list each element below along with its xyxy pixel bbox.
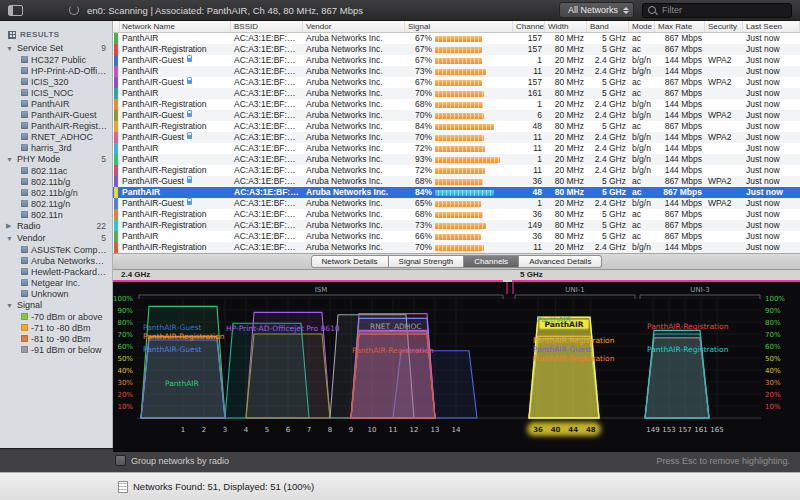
table-row[interactable]: PanthAIRAC:A3:1E:BF:…Aruba Networks Inc.… (113, 33, 800, 44)
sidebar-item[interactable]: ICIS_320 (0, 76, 112, 87)
cell-band: 2.4 GHz (587, 99, 629, 110)
disclosure-triangle-icon[interactable]: ▼ (6, 45, 14, 52)
network-shape[interactable] (645, 330, 709, 418)
row-color-stripe (114, 55, 118, 66)
table-row[interactable]: PanthAIR-GuestAC:A3:1E:BF:…Aruba Network… (113, 198, 800, 209)
sidebar-item[interactable]: ICIS_NOC (0, 87, 112, 98)
disclosure-triangle-icon[interactable]: ▶ (6, 222, 14, 230)
sidebar-item[interactable]: 802.11g/n (0, 198, 112, 209)
sidebar-item[interactable]: RNET_ADHOC (0, 131, 112, 142)
table-row[interactable]: PanthAIR-GuestAC:A3:1E:BF:…Aruba Network… (113, 110, 800, 121)
group-label: Radio (17, 221, 94, 231)
cell-network-name: PanthAIR (119, 154, 231, 165)
disclosure-triangle-icon[interactable]: ▼ (6, 302, 14, 309)
tab-advanced-details[interactable]: Advanced Details (519, 255, 602, 268)
sidebar-item[interactable]: HC327 Public (0, 54, 112, 65)
network-item-icon (21, 200, 28, 207)
network-filter-dropdown[interactable]: All Networks (559, 2, 634, 18)
svg-text:UNI-1: UNI-1 (565, 286, 584, 294)
table-row[interactable]: PanthAIRAC:A3:1E:BF:…Aruba Networks Inc.… (113, 187, 800, 198)
cell-band: 5 GHz (587, 77, 629, 88)
sidebar-item[interactable]: harris_3rd (0, 142, 112, 153)
sidebar-item[interactable]: 802.11ac (0, 165, 112, 176)
network-shape-selected[interactable] (529, 317, 599, 418)
cell-channel: 48 (513, 121, 545, 132)
svg-text:30%: 30% (765, 379, 781, 387)
sidebar-item[interactable]: Aruba Networks… (0, 255, 112, 266)
sidebar-item[interactable]: 802.11n (0, 209, 112, 220)
column-header-bssid[interactable]: BSSID (231, 21, 303, 32)
cell-channel: 6 (513, 110, 545, 121)
sidebar-toggle-icon[interactable] (8, 5, 23, 16)
column-header-last-seen[interactable]: Last Seen (743, 21, 800, 32)
sidebar-item[interactable]: PanthAIR-Regist… (0, 120, 112, 131)
sidebar-item[interactable]: 802.11b/g/n (0, 187, 112, 198)
disclosure-triangle-icon[interactable]: ▼ (6, 235, 14, 242)
cell-width: 20 MHz (545, 99, 587, 110)
svg-text:30%: 30% (117, 379, 133, 387)
table-row[interactable]: PanthAIR-GuestAC:A3:1E:BF:…Aruba Network… (113, 132, 800, 143)
table-row[interactable]: PanthAIR-GuestAC:A3:1E:BF:…Aruba Network… (113, 176, 800, 187)
svg-text:40%: 40% (117, 367, 133, 375)
table-row[interactable]: PanthAIR-RegistrationAC:A3:1E:BF:…Aruba … (113, 99, 800, 110)
filter-input[interactable] (660, 4, 786, 16)
cell-mode: ac (629, 231, 655, 242)
channels-chart[interactable]: ISMUNI-1UNI-3100%100%90%90%80%80%70%70%6… (113, 282, 800, 452)
group-by-radio-checkbox[interactable] (115, 455, 126, 466)
lock-icon (187, 179, 192, 183)
cell-band: 2.4 GHz (587, 143, 629, 154)
sidebar-group-signal[interactable]: ▼Signal (0, 299, 112, 311)
sidebar-item[interactable]: PanthAIR (0, 98, 112, 109)
cell-max-rate: 144 Mbps (655, 99, 705, 110)
sidebar-item[interactable]: Netgear Inc. (0, 277, 112, 288)
table-row[interactable]: PanthAIR-RegistrationAC:A3:1E:BF:…Aruba … (113, 242, 800, 253)
column-header-security[interactable]: Security (705, 21, 743, 32)
sidebar-item[interactable]: ASUSTeK Comp… (0, 244, 112, 255)
sidebar-item[interactable]: 802.11b/g (0, 176, 112, 187)
cell-width: 80 MHz (545, 44, 587, 55)
column-header-band[interactable]: Band (587, 21, 629, 32)
network-shape[interactable] (246, 334, 330, 418)
table-row[interactable]: PanthAIR-RegistrationAC:A3:1E:BF:…Aruba … (113, 44, 800, 55)
table-row[interactable]: PanthAIR-GuestAC:A3:1E:BF:…Aruba Network… (113, 55, 800, 66)
sidebar-group-phy-mode[interactable]: ▼PHY Mode5 (0, 153, 112, 165)
table-row[interactable]: PanthAIR-GuestAC:A3:1E:BF:…Aruba Network… (113, 77, 800, 88)
sidebar-group-service-set[interactable]: ▼Service Set9 (0, 42, 112, 54)
tab-signal-strength[interactable]: Signal Strength (389, 255, 465, 268)
sidebar-group-vendor[interactable]: ▼Vendor5 (0, 232, 112, 244)
cell-channel: 1 (513, 99, 545, 110)
table-row[interactable]: PanthAIRAC:A3:1E:BF:…Aruba Networks Inc.… (113, 154, 800, 165)
column-header-channel[interactable]: Channel (513, 21, 545, 32)
tab-channels[interactable]: Channels (464, 255, 519, 268)
table-row[interactable]: PanthAIRAC:A3:1E:BF:…Aruba Networks Inc.… (113, 88, 800, 99)
column-header-mode[interactable]: Mode (629, 21, 655, 32)
tab-network-details[interactable]: Network Details (311, 255, 389, 268)
sidebar-item[interactable]: PanthAIR-Guest (0, 109, 112, 120)
filter-field[interactable] (642, 3, 792, 18)
sidebar-group-radio[interactable]: ▶Radio22 (0, 220, 112, 232)
cell-mode: ac (629, 209, 655, 220)
cell-mode: b/g/n (629, 165, 655, 176)
cell-band: 2.4 GHz (587, 55, 629, 66)
table-row[interactable]: PanthAIR-RegistrationAC:A3:1E:BF:…Aruba … (113, 121, 800, 132)
cell-vendor: Aruba Networks Inc. (303, 242, 405, 253)
sidebar-item[interactable]: HP-Print-AD-Offi… (0, 65, 112, 76)
column-header-width[interactable]: Width (545, 21, 587, 32)
cell-band: 5 GHz (587, 44, 629, 55)
table-row[interactable]: PanthAIRAC:A3:1E:BF:…Aruba Networks Inc.… (113, 66, 800, 77)
column-header-signal[interactable]: Signal (405, 21, 513, 32)
network-label: PanthAIR-Guest (143, 323, 202, 332)
table-row[interactable]: PanthAIRAC:A3:1E:BF:…Aruba Networks Inc.… (113, 231, 800, 242)
table-row[interactable]: PanthAIR-RegistrationAC:A3:1E:BF:…Aruba … (113, 209, 800, 220)
table-row[interactable]: PanthAIR-RegistrationAC:A3:1E:BF:…Aruba … (113, 220, 800, 231)
table-row[interactable]: PanthAIRAC:A3:1E:BF:…Aruba Networks Inc.… (113, 143, 800, 154)
table-row[interactable]: PanthAIR-RegistrationAC:A3:1E:BF:…Aruba … (113, 165, 800, 176)
column-header-max-rate[interactable]: Max Rate (655, 21, 705, 32)
sidebar-item[interactable]: Hewlett-Packard… (0, 266, 112, 277)
svg-text:4: 4 (244, 426, 249, 434)
disclosure-triangle-icon[interactable]: ▼ (6, 156, 14, 163)
column-header-vendor[interactable]: Vendor (303, 21, 405, 32)
cell-vendor: Aruba Networks Inc. (303, 55, 405, 66)
sidebar-item[interactable]: Unknown (0, 288, 112, 299)
column-header-network-name[interactable]: Network Name (119, 21, 231, 32)
